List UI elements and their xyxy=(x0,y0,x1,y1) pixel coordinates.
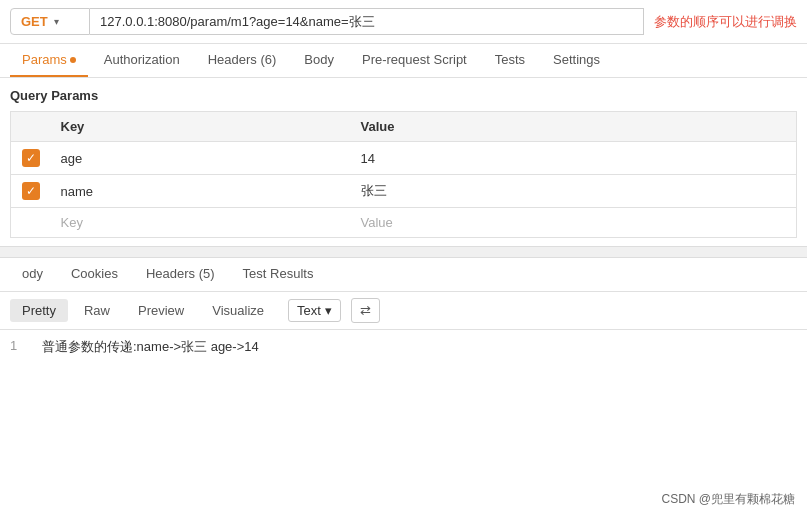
col-key: Key xyxy=(51,112,351,142)
tab-prerequest[interactable]: Pre-request Script xyxy=(350,44,479,77)
tab-headers[interactable]: Headers (6) xyxy=(196,44,289,77)
tab-body[interactable]: Body xyxy=(292,44,346,77)
method-select[interactable]: GET ▾ xyxy=(10,8,90,35)
checkbox-cell[interactable]: ✓ xyxy=(11,175,51,208)
key-placeholder: Key xyxy=(61,215,83,230)
url-bar: GET ▾ 参数的顺序可以进行调换 xyxy=(0,0,807,44)
wrap-icon: ⇄ xyxy=(360,303,371,318)
checkbox-empty xyxy=(11,208,51,238)
format-bar: Pretty Raw Preview Visualize Text ▾ ⇄ xyxy=(0,292,807,330)
col-check xyxy=(11,112,51,142)
tab-tests[interactable]: Tests xyxy=(483,44,537,77)
response-tab-bar: ody Cookies Headers (5) Test Results xyxy=(0,258,807,292)
btn-preview[interactable]: Preview xyxy=(126,299,196,322)
tab-body-response[interactable]: ody xyxy=(10,258,55,291)
query-params-section: Query Params Key Value ✓ age 14 ✓ name xyxy=(0,78,807,238)
btn-raw[interactable]: Raw xyxy=(72,299,122,322)
table-row: ✓ name 张三 xyxy=(11,175,797,208)
checkbox-cell[interactable]: ✓ xyxy=(11,142,51,175)
col-value: Value xyxy=(351,112,797,142)
url-input[interactable] xyxy=(90,8,644,35)
section-title: Query Params xyxy=(10,88,797,103)
section-divider xyxy=(0,246,807,258)
method-text: GET xyxy=(21,14,48,29)
text-format-label: Text xyxy=(297,303,321,318)
params-dot xyxy=(70,57,76,63)
table-row: ✓ age 14 xyxy=(11,142,797,175)
request-tab-bar: Params Authorization Headers (6) Body Pr… xyxy=(0,44,807,78)
btn-visualize[interactable]: Visualize xyxy=(200,299,276,322)
url-hint: 参数的顺序可以进行调换 xyxy=(654,13,797,31)
table-row-empty: Key Value xyxy=(11,208,797,238)
chevron-down-icon: ▾ xyxy=(325,303,332,318)
btn-pretty[interactable]: Pretty xyxy=(10,299,68,322)
text-format-select[interactable]: Text ▾ xyxy=(288,299,341,322)
tab-headers-response[interactable]: Headers (5) xyxy=(134,258,227,291)
watermark: CSDN @兜里有颗棉花糖 xyxy=(661,491,795,508)
value-cell-age[interactable]: 14 xyxy=(351,142,797,175)
response-body: 1 普通参数的传递:name->张三 age->14 xyxy=(0,330,807,364)
tab-authorization[interactable]: Authorization xyxy=(92,44,192,77)
value-placeholder: Value xyxy=(361,215,393,230)
line-number: 1 xyxy=(10,338,26,356)
tab-settings[interactable]: Settings xyxy=(541,44,612,77)
key-cell-name[interactable]: name xyxy=(51,175,351,208)
wrap-icon-button[interactable]: ⇄ xyxy=(351,298,380,323)
checkbox-age[interactable]: ✓ xyxy=(22,149,40,167)
key-cell-empty[interactable]: Key xyxy=(51,208,351,238)
tab-params[interactable]: Params xyxy=(10,44,88,77)
tab-cookies[interactable]: Cookies xyxy=(59,258,130,291)
value-cell-name[interactable]: 张三 xyxy=(351,175,797,208)
value-cell-empty[interactable]: Value xyxy=(351,208,797,238)
response-content: 普通参数的传递:name->张三 age->14 xyxy=(42,338,259,356)
tab-test-results[interactable]: Test Results xyxy=(231,258,326,291)
key-cell-age[interactable]: age xyxy=(51,142,351,175)
checkbox-name[interactable]: ✓ xyxy=(22,182,40,200)
chevron-down-icon: ▾ xyxy=(54,16,59,27)
params-table: Key Value ✓ age 14 ✓ name 张三 xyxy=(10,111,797,238)
